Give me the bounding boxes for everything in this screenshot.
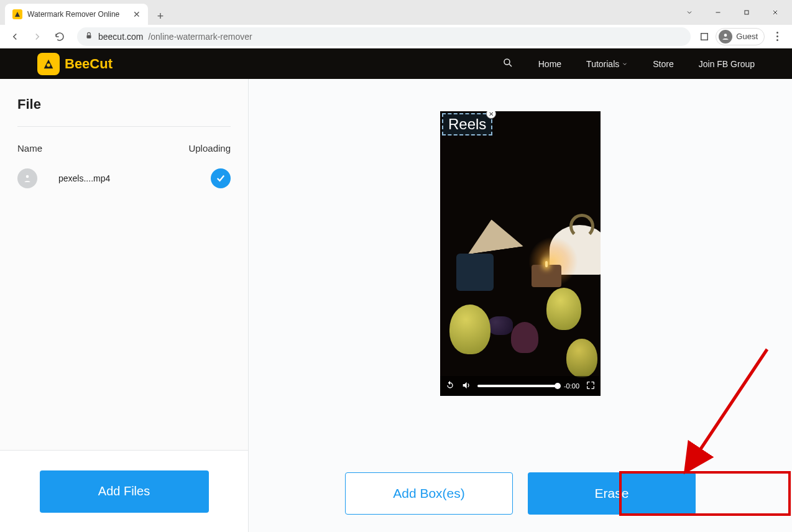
reload-button[interactable] — [50, 27, 70, 47]
col-status: Uploading — [188, 143, 231, 154]
watermark-selection-box[interactable]: Reels — [442, 113, 492, 135]
maximize-button[interactable] — [732, 2, 761, 22]
lock-icon — [85, 31, 93, 42]
svg-point-8 — [26, 175, 29, 178]
replay-icon[interactable] — [445, 380, 455, 392]
site-nav: Home Tutorials Store Join FB Group — [502, 57, 755, 71]
add-boxes-button[interactable]: Add Box(es) — [345, 472, 513, 515]
close-window-button[interactable] — [761, 2, 790, 22]
nav-fbgroup[interactable]: Join FB Group — [699, 59, 755, 69]
tab-title: Watermark Remover Online — [27, 10, 119, 19]
sidebar-footer: Add Files — [0, 450, 248, 532]
sidebar-heading: File — [17, 96, 231, 127]
svg-point-4 — [724, 34, 727, 37]
brand-logo-icon — [37, 53, 60, 75]
chevron-down-icon[interactable] — [675, 2, 704, 22]
video-time: -0:00 — [564, 382, 579, 390]
annotation-arrow — [686, 349, 773, 476]
svg-rect-2 — [87, 35, 91, 38]
profile-label: Guest — [736, 32, 758, 41]
nav-tutorials[interactable]: Tutorials — [586, 59, 628, 69]
file-table-header: Name Uploading — [17, 143, 231, 154]
svg-line-7 — [509, 64, 512, 66]
video-controls: -0:00 — [440, 376, 601, 396]
url-path: /online-watermark-remover — [148, 32, 252, 42]
url-domain: beecut.com — [98, 32, 143, 42]
col-name: Name — [17, 143, 42, 154]
brand-name: BeeCut — [65, 56, 113, 72]
brand[interactable]: BeeCut — [37, 53, 113, 75]
chevron-down-icon — [622, 61, 628, 67]
video-preview: Reels ✕ -0:00 — [440, 111, 601, 396]
add-files-button[interactable]: Add Files — [40, 470, 209, 513]
upload-complete-icon — [211, 168, 231, 188]
file-name: pexels....mp4 — [58, 173, 110, 183]
browser-tab[interactable]: Watermark Remover Online ✕ — [5, 4, 148, 25]
nav-store[interactable]: Store — [653, 59, 673, 69]
profile-chip[interactable]: Guest — [716, 28, 765, 45]
erase-button[interactable]: Erase — [528, 472, 696, 515]
video-progress[interactable] — [477, 385, 558, 387]
video-frame[interactable]: Reels ✕ -0:00 — [440, 111, 601, 396]
browser-menu-button[interactable] — [770, 32, 785, 41]
new-tab-button[interactable]: + — [152, 7, 169, 25]
action-row: Add Box(es) Erase — [249, 472, 792, 515]
browser-titlebar: Watermark Remover Online ✕ + — [0, 0, 792, 25]
browser-tabs: Watermark Remover Online ✕ + — [0, 0, 169, 25]
app-body: File Name Uploading pexels....mp4 Add Fi… — [0, 79, 792, 532]
back-button[interactable] — [5, 27, 25, 47]
video-still — [440, 111, 601, 396]
avatar-icon — [719, 30, 732, 44]
minimize-button[interactable] — [704, 2, 732, 22]
forward-button[interactable] — [27, 27, 47, 47]
site-header: BeeCut Home Tutorials Store Join FB Grou… — [0, 48, 792, 79]
extensions-icon[interactable] — [698, 30, 711, 43]
window-controls — [675, 2, 792, 22]
nav-home[interactable]: Home — [538, 59, 561, 69]
svg-line-9 — [698, 349, 767, 454]
search-icon[interactable] — [502, 57, 513, 71]
svg-rect-3 — [701, 33, 708, 40]
close-tab-icon[interactable]: ✕ — [133, 9, 140, 19]
address-bar[interactable]: beecut.com/online-watermark-remover — [77, 27, 691, 46]
svg-point-6 — [504, 59, 510, 65]
file-thumbnail-icon — [17, 168, 37, 188]
svg-point-5 — [47, 63, 50, 67]
browser-toolbar: beecut.com/online-watermark-remover Gues… — [0, 25, 792, 48]
fullscreen-icon[interactable] — [586, 380, 596, 392]
volume-icon[interactable] — [461, 380, 471, 392]
svg-rect-1 — [745, 11, 748, 14]
sidebar: File Name Uploading pexels....mp4 Add Fi… — [0, 79, 249, 532]
main-panel: Reels ✕ -0:00 Add Box(es) Erase — [249, 79, 792, 532]
file-row[interactable]: pexels....mp4 — [17, 168, 231, 188]
tab-favicon — [12, 9, 22, 19]
